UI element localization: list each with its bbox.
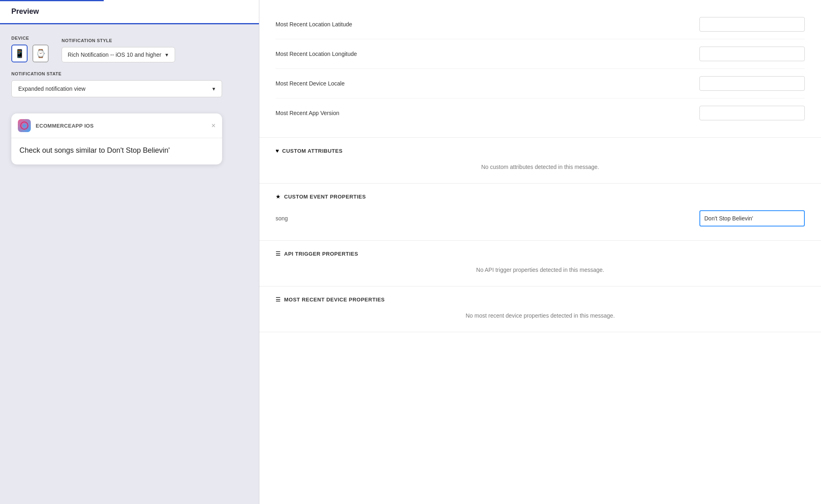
song-label: song xyxy=(276,215,699,222)
notification-card-header: ECOMMERCEAPP IOS × xyxy=(11,113,222,138)
most-recent-device-header: ☰ MOST RECENT DEVICE PROPERTIES xyxy=(276,296,805,303)
custom-attributes-section: ♥ CUSTOM ATTRIBUTES No custom attributes… xyxy=(259,138,821,184)
svg-point-1 xyxy=(23,124,26,127)
tablet-device-button[interactable]: ⌚ xyxy=(32,45,49,62)
phone-icon: 📱 xyxy=(15,49,25,58)
notification-style-select[interactable]: Rich Notification -- iOS 10 and higher ▾ xyxy=(62,47,175,62)
location-fields-section: Most Recent Location Latitude Most Recen… xyxy=(259,0,821,138)
custom-attributes-empty: No custom attributes detected in this me… xyxy=(276,160,805,173)
location-latitude-label: Most Recent Location Latitude xyxy=(276,21,699,28)
progress-bar xyxy=(0,0,104,1)
device-label: DEVICE xyxy=(11,36,49,41)
device-icons: 📱 ⌚ xyxy=(11,45,49,62)
notification-body: Check out songs similar to Don't Stop Be… xyxy=(11,138,222,164)
notification-state-group: NOTIFICATION STATE Expanded notification… xyxy=(11,71,248,97)
custom-attributes-title: CUSTOM ATTRIBUTES xyxy=(282,148,342,154)
custom-event-properties-section: ★ CUSTOM EVENT PROPERTIES song xyxy=(259,184,821,241)
api-trigger-section: ☰ API TRIGGER PROPERTIES No API trigger … xyxy=(259,241,821,286)
api-trigger-header: ☰ API TRIGGER PROPERTIES xyxy=(276,250,805,257)
app-version-label: Most Recent App Version xyxy=(276,110,699,116)
notification-style-value: Rich Notification -- iOS 10 and higher xyxy=(68,51,161,58)
tablet-icon: ⌚ xyxy=(36,49,46,58)
app-name: ECOMMERCEAPP IOS xyxy=(36,123,211,129)
notification-state-label: NOTIFICATION STATE xyxy=(11,71,248,76)
field-row: Most Recent Location Latitude xyxy=(276,10,805,39)
app-icon xyxy=(18,119,31,132)
controls-area: DEVICE 📱 ⌚ NOTIFICATION STYLE Rich Notif… xyxy=(0,24,259,105)
app-version-input[interactable] xyxy=(699,106,805,120)
close-notification-button[interactable]: × xyxy=(211,122,216,129)
chevron-down-icon-2: ▾ xyxy=(212,85,215,92)
api-trigger-empty: No API trigger properties detected in th… xyxy=(276,263,805,276)
phone-device-button[interactable]: 📱 xyxy=(11,45,28,62)
device-locale-input[interactable] xyxy=(699,76,805,91)
preview-title: Preview xyxy=(11,7,39,15)
song-input[interactable] xyxy=(699,210,805,226)
most-recent-device-empty: No most recent device properties detecte… xyxy=(276,309,805,322)
notification-state-select[interactable]: Expanded notification view ▾ xyxy=(11,80,222,97)
custom-event-field-row: song xyxy=(276,206,805,231)
list-icon-2: ☰ xyxy=(276,296,281,303)
braze-logo-icon xyxy=(20,122,28,130)
custom-attributes-header: ♥ CUSTOM ATTRIBUTES xyxy=(276,147,805,154)
device-control-group: DEVICE 📱 ⌚ xyxy=(11,36,49,62)
notification-style-group: NOTIFICATION STYLE Rich Notification -- … xyxy=(62,38,175,62)
custom-event-title: CUSTOM EVENT PROPERTIES xyxy=(284,194,366,200)
heart-icon: ♥ xyxy=(276,147,279,154)
chevron-down-icon: ▾ xyxy=(165,51,168,58)
most-recent-device-section: ☰ MOST RECENT DEVICE PROPERTIES No most … xyxy=(259,286,821,332)
left-panel: Preview DEVICE 📱 ⌚ NOTIFICATION STYLE xyxy=(0,0,259,504)
notification-style-label: NOTIFICATION STYLE xyxy=(62,38,175,43)
right-panel: Most Recent Location Latitude Most Recen… xyxy=(259,0,821,504)
field-row: Most Recent Location Longitude xyxy=(276,39,805,69)
notification-state-section: NOTIFICATION STATE Expanded notification… xyxy=(11,71,248,97)
notification-message: Check out songs similar to Don't Stop Be… xyxy=(19,145,214,156)
star-icon: ★ xyxy=(276,193,281,200)
location-longitude-input[interactable] xyxy=(699,47,805,61)
notification-card: ECOMMERCEAPP IOS × Check out songs simil… xyxy=(11,113,222,164)
field-row: Most Recent Device Locale xyxy=(276,69,805,98)
most-recent-device-title: MOST RECENT DEVICE PROPERTIES xyxy=(284,297,385,303)
notification-card-container: ECOMMERCEAPP IOS × Check out songs simil… xyxy=(0,105,259,173)
notification-state-value: Expanded notification view xyxy=(18,85,86,92)
location-latitude-input[interactable] xyxy=(699,17,805,32)
custom-event-header: ★ CUSTOM EVENT PROPERTIES xyxy=(276,193,805,200)
device-locale-label: Most Recent Device Locale xyxy=(276,80,699,87)
api-trigger-title: API TRIGGER PROPERTIES xyxy=(284,251,358,257)
field-row: Most Recent App Version xyxy=(276,98,805,128)
location-longitude-label: Most Recent Location Longitude xyxy=(276,51,699,57)
controls-row: DEVICE 📱 ⌚ NOTIFICATION STYLE Rich Notif… xyxy=(11,36,248,62)
list-icon: ☰ xyxy=(276,250,281,257)
preview-header: Preview xyxy=(0,0,259,24)
